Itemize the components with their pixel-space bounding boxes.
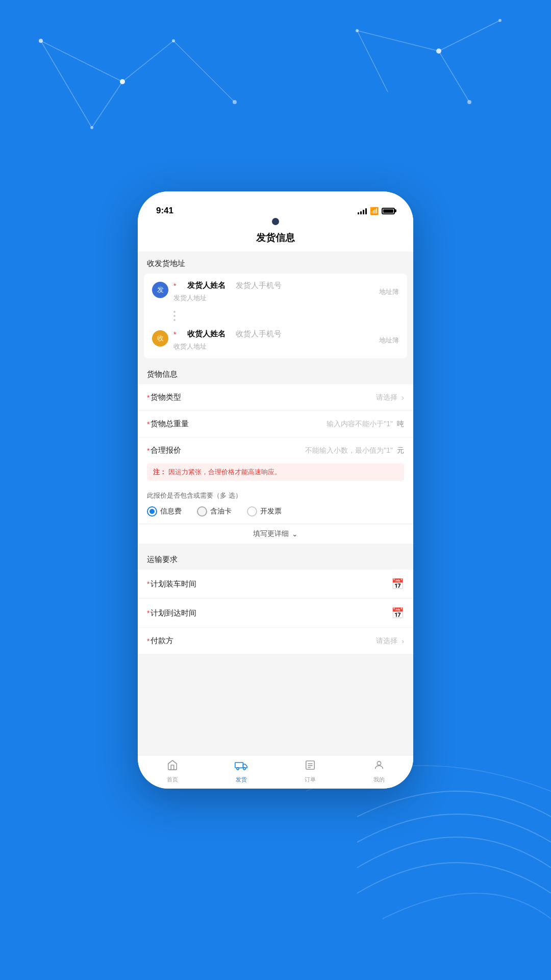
cargo-type-value: 请选择	[196, 393, 399, 402]
cargo-section-header: 货物信息	[138, 362, 413, 384]
payment-value: 请选择	[196, 636, 399, 646]
sender-address-label: 发货人地址	[173, 293, 379, 303]
svg-point-19	[236, 768, 238, 770]
status-time: 9:41	[156, 206, 173, 216]
sender-avatar: 发	[152, 282, 168, 298]
nav-home-label: 首页	[167, 776, 178, 783]
address-section-header: 收发货地址	[138, 252, 413, 274]
svg-line-12	[439, 51, 469, 102]
radio-invoice-circle	[247, 506, 257, 517]
radio-info-fee-label: 信息费	[160, 507, 182, 516]
receiver-address-book[interactable]: 地址簿	[379, 336, 399, 345]
cargo-type-required: *	[147, 394, 149, 402]
load-time-row[interactable]: * 计划装车时间 📅	[138, 570, 413, 599]
receiver-address-label: 收货人地址	[173, 342, 379, 351]
cargo-weight-value: 输入内容不能小于"1"	[196, 420, 395, 429]
receiver-main-row: * 收货人姓名 收货人手机号	[173, 329, 379, 339]
arrive-time-row[interactable]: * 计划到达时间 📅	[138, 599, 413, 628]
cargo-price-row[interactable]: * 合理报价 不能输入小数，最小值为"1" 元	[138, 437, 413, 463]
radio-invoice-label: 开发票	[260, 507, 282, 516]
svg-line-3	[41, 41, 92, 128]
cargo-price-value: 不能输入小数，最小值为"1"	[196, 446, 395, 455]
cargo-type-row[interactable]: * 货物类型 请选择 ›	[138, 384, 413, 411]
sender-required: *	[173, 282, 176, 290]
expand-label: 填写更详细	[253, 529, 289, 538]
nav-item-mine[interactable]: 我的	[344, 755, 413, 789]
camera-dot	[272, 218, 279, 225]
phone-notch: 9:41 📶	[138, 191, 413, 225]
svg-point-14	[356, 29, 359, 32]
radio-row: 信息费 含油卡 开发票	[138, 503, 413, 524]
payment-label: 付款方	[151, 636, 196, 646]
cargo-price-unit: 元	[397, 446, 404, 455]
sender-main-row: * 发货人姓名 发货人手机号	[173, 281, 379, 290]
radio-oil-card-circle	[197, 506, 207, 517]
svg-line-0	[41, 41, 122, 82]
nav-mine-label: 我的	[373, 776, 385, 783]
svg-point-7	[172, 39, 175, 42]
cargo-weight-label: 货物总重量	[151, 419, 196, 429]
radio-item-info-fee[interactable]: 信息费	[147, 506, 182, 517]
radio-item-oil-card[interactable]: 含油卡	[197, 506, 232, 517]
svg-point-20	[243, 768, 245, 770]
receiver-row[interactable]: 收 * 收货人姓名 收货人手机号 收货人地址 地址簿	[144, 322, 407, 358]
arrive-time-required: *	[147, 609, 149, 617]
include-more: 选）	[229, 492, 242, 499]
svg-line-10	[357, 31, 439, 51]
svg-point-6	[120, 79, 125, 84]
expand-row[interactable]: 填写更详细 ⌄	[138, 524, 413, 544]
load-time-calendar-icon: 📅	[391, 578, 404, 590]
battery-icon	[382, 208, 395, 214]
nav-item-ship[interactable]: 发货	[207, 755, 276, 789]
transport-section-header: 运输要求	[138, 548, 413, 570]
cargo-weight-row[interactable]: * 货物总重量 输入内容不能小于"1" 吨	[138, 411, 413, 437]
expand-arrow-icon: ⌄	[292, 530, 298, 538]
payment-required: *	[147, 637, 149, 645]
wifi-icon: 📶	[370, 207, 379, 215]
notice-box: 注： 因运力紧张，合理价格才能高速响应。	[147, 463, 404, 481]
svg-point-15	[436, 48, 441, 54]
receiver-required: *	[173, 330, 176, 338]
svg-point-17	[467, 100, 471, 104]
sender-row[interactable]: 发 * 发货人姓名 发货人手机号 发货人地址 地址簿	[144, 274, 407, 310]
sender-address-book[interactable]: 地址簿	[379, 287, 399, 297]
notice-text: 因运力紧张，合理价格才能高速响应。	[168, 468, 281, 476]
status-icons: 📶	[358, 207, 395, 215]
receiver-avatar: 收	[152, 330, 168, 347]
cargo-card: * 货物类型 请选择 › * 货物总重量 输入内容不能小于"1" 吨 * 合理报…	[138, 384, 413, 544]
radio-item-invoice[interactable]: 开发票	[247, 506, 282, 517]
svg-line-13	[357, 31, 388, 92]
svg-rect-21	[306, 761, 314, 770]
cargo-price-label: 合理报价	[151, 446, 196, 455]
svg-point-8	[233, 100, 237, 104]
signal-icon	[358, 207, 367, 214]
page-body: 收发货地址 发 * 发货人姓名 发货人手机号 发货人地址 地址簿	[138, 252, 413, 755]
page-title: 发货信息	[138, 225, 413, 252]
svg-line-2	[173, 41, 235, 102]
svg-point-5	[39, 39, 43, 43]
bottom-nav: 首页 发货 订单	[138, 755, 413, 789]
nav-ship-label: 发货	[236, 776, 247, 783]
truck-icon	[235, 760, 248, 774]
radio-info-fee-circle	[147, 506, 157, 517]
nav-item-home[interactable]: 首页	[138, 755, 207, 789]
nav-orders-label: 订单	[305, 776, 316, 783]
load-time-required: *	[147, 580, 149, 588]
user-icon	[373, 760, 385, 774]
svg-point-9	[90, 126, 93, 129]
payment-arrow: ›	[402, 637, 404, 645]
payment-row[interactable]: * 付款方 请选择 ›	[138, 628, 413, 654]
cargo-price-required: *	[147, 447, 149, 455]
notice-label: 注：	[153, 468, 166, 476]
radio-info-fee-inner	[149, 509, 155, 514]
include-label-row: 此报价是否包含或需要（多 选）	[138, 486, 413, 503]
radio-oil-card-label: 含油卡	[210, 507, 232, 516]
transport-card: * 计划装车时间 📅 * 计划到达时间 📅 * 付款方 请选择 ›	[138, 570, 413, 654]
nav-item-orders[interactable]: 订单	[276, 755, 344, 789]
receiver-phone-label: 收货人手机号	[236, 329, 282, 339]
sender-name-label: 发货人姓名	[187, 281, 226, 290]
sender-phone-label: 发货人手机号	[236, 281, 282, 290]
cargo-type-label: 货物类型	[151, 393, 196, 402]
cargo-weight-unit: 吨	[397, 420, 404, 429]
sender-fields: * 发货人姓名 发货人手机号 发货人地址	[173, 281, 379, 303]
